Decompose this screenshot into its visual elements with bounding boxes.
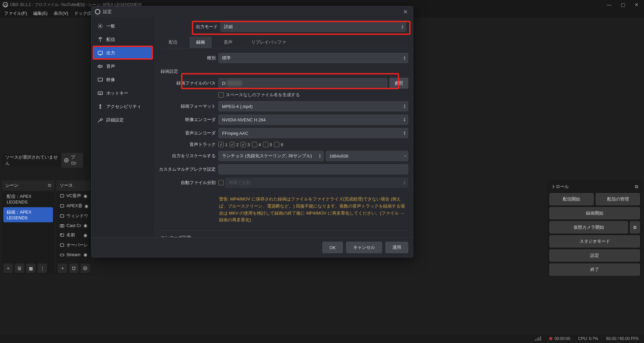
record-path-input[interactable]: D: — [218, 78, 387, 88]
nav-hotkeys[interactable]: ホットキー — [94, 87, 152, 100]
svg-rect-13 — [98, 51, 102, 54]
source-item[interactable]: 名前◉ — [56, 230, 91, 240]
video-encoder-label: 映像エンコーダ — [159, 117, 216, 123]
tab-replay[interactable]: リプレイバッファ — [245, 37, 293, 48]
track-1-checkbox[interactable] — [218, 142, 224, 147]
scene-item[interactable]: 録画：APEX LEGENDS — [3, 207, 53, 222]
track-3-checkbox[interactable] — [240, 142, 246, 147]
antenna-icon — [98, 37, 103, 42]
track-6-checkbox[interactable] — [274, 142, 279, 147]
scene-item[interactable]: 配信：APEX LEGENDS — [3, 191, 53, 207]
source-info-bar: ソースが選択されていません プロ/ — [2, 154, 87, 167]
type-label: 種別 — [159, 55, 216, 61]
audio-icon — [60, 204, 64, 208]
rescale-method-select[interactable]: ランチョス (先鋭化スケーリング, 36サンプル)▲▼ — [218, 151, 324, 161]
controls-dock: トロール⧉ 配信開始 配信の管理 録画開始 仮想カメラ開始 ⚙ スタジオモード … — [547, 180, 642, 274]
source-item[interactable]: APEX音◉ — [56, 201, 91, 211]
mux-input[interactable] — [218, 164, 408, 174]
undock-icon[interactable]: ⧉ — [635, 184, 638, 189]
svg-point-10 — [85, 268, 86, 269]
mp4-warning: 警告: MP4/MOV に保存された録画はファイルをファイナライズ(完成処理)で… — [159, 191, 408, 228]
source-props-button[interactable] — [80, 264, 90, 273]
source-item[interactable]: Stream◉ — [56, 250, 91, 259]
gear-icon — [98, 23, 103, 29]
svg-point-0 — [66, 160, 67, 161]
audio-encoder-select[interactable]: FFmpeg AAC▲▼ — [218, 128, 408, 138]
nav-video[interactable]: 映像 — [94, 73, 152, 86]
exit-button[interactable]: 終了 — [549, 264, 640, 276]
undock-icon[interactable]: ⧉ — [48, 183, 51, 188]
no-space-label: スペースなしのファイル名を生成する — [226, 92, 300, 98]
close-icon[interactable]: ✕ — [635, 2, 639, 7]
gear-icon — [64, 158, 69, 163]
sources-dock: ソース VC音声◉ APEX音◉ ウィンドウ◉ Cast Cr◉ 名前◉ オーバ… — [56, 180, 91, 274]
scene-filters-button[interactable]: ▦ — [26, 264, 36, 273]
record-settings-section: 録画設定 — [161, 68, 408, 74]
scene-menu-button[interactable]: ⋮ — [38, 264, 47, 273]
no-source-label: ソースが選択されていません — [5, 154, 61, 166]
browse-button[interactable]: 参照 — [389, 78, 408, 89]
svg-point-4 — [61, 225, 63, 226]
nav-accessibility[interactable]: アクセシビリティ — [94, 100, 152, 113]
output-icon — [98, 50, 103, 56]
output-mode-label: 出力モード — [161, 24, 218, 30]
studio-mode-button[interactable]: スタジオモード — [549, 235, 640, 247]
fps-display: 60.00 / 60.00 FPS — [606, 336, 639, 341]
menu-edit[interactable]: 編集(E) — [31, 10, 50, 17]
camera-icon — [60, 223, 64, 228]
menu-view[interactable]: 表示(V) — [51, 10, 71, 17]
image-icon — [60, 233, 64, 237]
scenes-dock: シーン ⧉ 配信：APEX LEGENDS 録画：APEX LEGENDS ＋ … — [2, 180, 54, 274]
settings-button[interactable]: 設定 — [549, 249, 640, 262]
settings-sidebar: 一般 配信 出力 音声 映像 ホットキー アクセシビリティ 詳細設定 — [92, 17, 154, 237]
start-record-button[interactable]: 録画開始 — [549, 207, 640, 219]
tab-stream[interactable]: 配信 — [162, 37, 184, 48]
type-select[interactable]: 標準▲▼ — [218, 53, 408, 63]
spinner-icon: ▲▼ — [401, 24, 404, 29]
add-source-button[interactable]: ＋ — [58, 264, 67, 273]
source-item[interactable]: オーバーレ◉ — [56, 240, 91, 250]
obs-logo-icon — [95, 9, 100, 14]
nav-stream[interactable]: 配信 — [94, 33, 152, 46]
nav-output[interactable]: 出力 — [94, 47, 152, 59]
rescale-resolution-select[interactable]: 1664x936▾ — [326, 151, 408, 161]
add-scene-button[interactable]: ＋ — [3, 264, 13, 273]
manage-stream-button[interactable]: 配信の管理 — [596, 193, 640, 205]
output-mode-select[interactable]: 詳細 ▲▼ — [220, 22, 406, 32]
track-4-checkbox[interactable] — [252, 142, 257, 147]
virtual-cam-settings-button[interactable]: ⚙ — [630, 221, 640, 233]
maximize-icon[interactable]: ▢ — [621, 2, 625, 7]
ok-button[interactable]: OK — [322, 242, 343, 253]
autosplit-select[interactable]: 時間で分割▲▼ — [225, 178, 408, 188]
track-2-checkbox[interactable] — [229, 142, 235, 147]
apply-button[interactable]: 適用 — [385, 242, 408, 253]
autosplit-checkbox[interactable] — [218, 180, 224, 185]
source-item[interactable]: ウィンドウ◉ — [56, 211, 91, 221]
dialog-close-button[interactable]: ✕ — [401, 8, 410, 16]
menu-file[interactable]: ファイル(F) — [1, 10, 30, 17]
remove-scene-button[interactable] — [15, 264, 24, 273]
cancel-button[interactable]: キャンセル — [346, 242, 382, 253]
tab-record[interactable]: 録画 — [190, 37, 212, 48]
track-5-checkbox[interactable] — [263, 142, 268, 147]
nav-advanced[interactable]: 詳細設定 — [94, 114, 152, 126]
properties-button[interactable]: プロ/ — [61, 153, 83, 168]
virtual-cam-button[interactable]: 仮想カメラ開始 — [549, 221, 628, 233]
minimize-icon[interactable]: — — [607, 2, 611, 7]
no-space-checkbox[interactable] — [218, 92, 224, 98]
nav-audio[interactable]: 音声 — [94, 60, 152, 73]
start-stream-button[interactable]: 配信開始 — [549, 193, 594, 205]
video-encoder-select[interactable]: NVIDIA NVENC H.264▲▼ — [218, 115, 408, 125]
source-item[interactable]: VC音声◉ — [56, 191, 91, 201]
window-icon — [60, 214, 64, 218]
nav-general[interactable]: 一般 — [94, 20, 152, 33]
format-select[interactable]: MPEG-4 (.mp4)▲▼ — [218, 101, 408, 111]
remove-source-button[interactable] — [69, 264, 78, 273]
trash-icon — [17, 266, 22, 271]
svg-point-11 — [84, 267, 87, 270]
audio-icon — [60, 193, 64, 198]
path-label: 録画ファイルのパス — [159, 80, 216, 86]
mux-label: カスタムマルチプレクサ設定 — [159, 166, 216, 172]
tab-audio[interactable]: 音声 — [217, 37, 239, 48]
source-item[interactable]: Cast Cr◉ — [56, 221, 91, 230]
